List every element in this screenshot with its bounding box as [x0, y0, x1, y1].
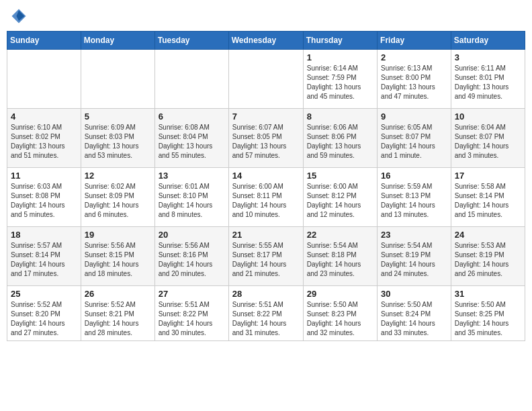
- day-number: 10: [455, 111, 521, 122]
- day-info: Sunrise: 6:07 AM Sunset: 8:05 PM Dayligh…: [232, 123, 300, 161]
- day-number: 11: [11, 171, 77, 181]
- day-info: Sunrise: 5:50 AM Sunset: 8:23 PM Dayligh…: [307, 300, 373, 338]
- day-number: 21: [232, 230, 300, 240]
- day-info: Sunrise: 5:53 AM Sunset: 8:19 PM Dayligh…: [455, 241, 521, 279]
- day-number: 2: [381, 52, 447, 62]
- day-info: Sunrise: 6:04 AM Sunset: 8:07 PM Dayligh…: [455, 123, 521, 161]
- day-number: 31: [455, 289, 521, 299]
- day-info: Sunrise: 6:09 AM Sunset: 8:03 PM Dayligh…: [85, 123, 151, 161]
- calendar-cell: 12Sunrise: 6:02 AM Sunset: 8:09 PM Dayli…: [81, 168, 154, 227]
- day-number: 26: [85, 289, 151, 299]
- calendar-cell: 29Sunrise: 5:50 AM Sunset: 8:23 PM Dayli…: [303, 286, 377, 341]
- day-number: 1: [307, 52, 373, 62]
- calendar-header-monday: Monday: [81, 32, 154, 50]
- calendar-cell: 2Sunrise: 6:13 AM Sunset: 8:00 PM Daylig…: [378, 50, 451, 109]
- day-info: Sunrise: 5:56 AM Sunset: 8:15 PM Dayligh…: [85, 241, 151, 279]
- day-number: 13: [159, 171, 225, 181]
- day-info: Sunrise: 5:58 AM Sunset: 8:14 PM Dayligh…: [455, 182, 521, 220]
- day-number: 20: [159, 230, 225, 240]
- day-info: Sunrise: 6:08 AM Sunset: 8:04 PM Dayligh…: [159, 123, 225, 161]
- calendar-cell: 13Sunrise: 6:01 AM Sunset: 8:10 PM Dayli…: [154, 168, 228, 227]
- calendar-cell: 1Sunrise: 6:14 AM Sunset: 7:59 PM Daylig…: [303, 50, 377, 109]
- calendar-cell: [228, 50, 303, 109]
- day-number: 23: [381, 230, 447, 240]
- calendar-cell: 24Sunrise: 5:53 AM Sunset: 8:19 PM Dayli…: [451, 227, 525, 286]
- day-number: 7: [232, 111, 300, 122]
- calendar-cell: 30Sunrise: 5:50 AM Sunset: 8:24 PM Dayli…: [378, 286, 451, 341]
- day-number: 28: [232, 289, 300, 299]
- day-number: 19: [85, 230, 151, 240]
- logo-icon: [9, 7, 28, 26]
- calendar-cell: 20Sunrise: 5:56 AM Sunset: 8:16 PM Dayli…: [154, 227, 228, 286]
- day-number: 3: [455, 52, 521, 62]
- calendar-cell: [81, 50, 154, 109]
- day-number: 16: [381, 171, 447, 181]
- day-number: 24: [455, 230, 521, 240]
- calendar-cell: 6Sunrise: 6:08 AM Sunset: 8:04 PM Daylig…: [154, 109, 228, 168]
- day-info: Sunrise: 5:51 AM Sunset: 8:22 PM Dayligh…: [232, 300, 300, 338]
- calendar-cell: 3Sunrise: 6:11 AM Sunset: 8:01 PM Daylig…: [451, 50, 525, 109]
- day-info: Sunrise: 5:55 AM Sunset: 8:17 PM Dayligh…: [232, 241, 300, 279]
- page-header: [7, 7, 525, 26]
- day-info: Sunrise: 5:50 AM Sunset: 8:24 PM Dayligh…: [381, 300, 447, 338]
- calendar-header-sunday: Sunday: [7, 32, 81, 50]
- day-number: 22: [307, 230, 373, 240]
- calendar-cell: 26Sunrise: 5:52 AM Sunset: 8:21 PM Dayli…: [81, 286, 154, 341]
- calendar-cell: 4Sunrise: 6:10 AM Sunset: 8:02 PM Daylig…: [7, 109, 81, 168]
- day-info: Sunrise: 5:59 AM Sunset: 8:13 PM Dayligh…: [381, 182, 447, 220]
- day-info: Sunrise: 6:05 AM Sunset: 8:07 PM Dayligh…: [381, 123, 447, 161]
- day-info: Sunrise: 6:06 AM Sunset: 8:06 PM Dayligh…: [307, 123, 373, 161]
- day-info: Sunrise: 6:14 AM Sunset: 7:59 PM Dayligh…: [307, 64, 373, 101]
- calendar-cell: 7Sunrise: 6:07 AM Sunset: 8:05 PM Daylig…: [228, 109, 303, 168]
- calendar-cell: 11Sunrise: 6:03 AM Sunset: 8:08 PM Dayli…: [7, 168, 81, 227]
- day-number: 14: [232, 171, 300, 181]
- calendar-cell: [154, 50, 228, 109]
- day-info: Sunrise: 5:54 AM Sunset: 8:19 PM Dayligh…: [381, 241, 447, 279]
- calendar-cell: 28Sunrise: 5:51 AM Sunset: 8:22 PM Dayli…: [228, 286, 303, 341]
- day-info: Sunrise: 6:13 AM Sunset: 8:00 PM Dayligh…: [381, 64, 447, 101]
- calendar-header-wednesday: Wednesday: [228, 32, 303, 50]
- day-number: 5: [85, 111, 151, 122]
- calendar-cell: 14Sunrise: 6:00 AM Sunset: 8:11 PM Dayli…: [228, 168, 303, 227]
- calendar-header-thursday: Thursday: [303, 32, 377, 50]
- day-number: 29: [307, 289, 373, 299]
- calendar-cell: 27Sunrise: 5:51 AM Sunset: 8:22 PM Dayli…: [154, 286, 228, 341]
- day-info: Sunrise: 6:03 AM Sunset: 8:08 PM Dayligh…: [11, 182, 77, 220]
- day-number: 9: [381, 111, 447, 122]
- day-info: Sunrise: 5:51 AM Sunset: 8:22 PM Dayligh…: [159, 300, 225, 338]
- calendar-cell: 16Sunrise: 5:59 AM Sunset: 8:13 PM Dayli…: [378, 168, 451, 227]
- day-info: Sunrise: 6:00 AM Sunset: 8:12 PM Dayligh…: [307, 182, 373, 220]
- day-info: Sunrise: 5:52 AM Sunset: 8:20 PM Dayligh…: [11, 300, 77, 338]
- calendar-cell: 17Sunrise: 5:58 AM Sunset: 8:14 PM Dayli…: [451, 168, 525, 227]
- calendar-cell: 19Sunrise: 5:56 AM Sunset: 8:15 PM Dayli…: [81, 227, 154, 286]
- day-info: Sunrise: 5:52 AM Sunset: 8:21 PM Dayligh…: [85, 300, 151, 338]
- calendar-cell: 21Sunrise: 5:55 AM Sunset: 8:17 PM Dayli…: [228, 227, 303, 286]
- day-info: Sunrise: 5:50 AM Sunset: 8:25 PM Dayligh…: [455, 300, 521, 338]
- calendar-cell: [7, 50, 81, 109]
- calendar-cell: 23Sunrise: 5:54 AM Sunset: 8:19 PM Dayli…: [378, 227, 451, 286]
- day-number: 30: [381, 289, 447, 299]
- calendar-header-saturday: Saturday: [451, 32, 525, 50]
- day-number: 4: [11, 111, 77, 122]
- calendar-cell: 18Sunrise: 5:57 AM Sunset: 8:14 PM Dayli…: [7, 227, 81, 286]
- calendar-header-tuesday: Tuesday: [154, 32, 228, 50]
- logo: [9, 7, 31, 26]
- calendar-cell: 9Sunrise: 6:05 AM Sunset: 8:07 PM Daylig…: [378, 109, 451, 168]
- day-info: Sunrise: 6:11 AM Sunset: 8:01 PM Dayligh…: [455, 64, 521, 101]
- day-number: 12: [85, 171, 151, 181]
- calendar-cell: 25Sunrise: 5:52 AM Sunset: 8:20 PM Dayli…: [7, 286, 81, 341]
- calendar-header-row: SundayMondayTuesdayWednesdayThursdayFrid…: [7, 32, 525, 50]
- day-number: 15: [307, 171, 373, 181]
- day-number: 8: [307, 111, 373, 122]
- day-number: 17: [455, 171, 521, 181]
- calendar-cell: 10Sunrise: 6:04 AM Sunset: 8:07 PM Dayli…: [451, 109, 525, 168]
- calendar-cell: 31Sunrise: 5:50 AM Sunset: 8:25 PM Dayli…: [451, 286, 525, 341]
- calendar-cell: 22Sunrise: 5:54 AM Sunset: 8:18 PM Dayli…: [303, 227, 377, 286]
- day-info: Sunrise: 6:01 AM Sunset: 8:10 PM Dayligh…: [159, 182, 225, 220]
- day-number: 18: [11, 230, 77, 240]
- calendar-table: SundayMondayTuesdayWednesdayThursdayFrid…: [7, 31, 525, 341]
- day-info: Sunrise: 6:10 AM Sunset: 8:02 PM Dayligh…: [11, 123, 77, 161]
- day-number: 6: [159, 111, 225, 122]
- day-info: Sunrise: 5:57 AM Sunset: 8:14 PM Dayligh…: [11, 241, 77, 279]
- calendar-cell: 15Sunrise: 6:00 AM Sunset: 8:12 PM Dayli…: [303, 168, 377, 227]
